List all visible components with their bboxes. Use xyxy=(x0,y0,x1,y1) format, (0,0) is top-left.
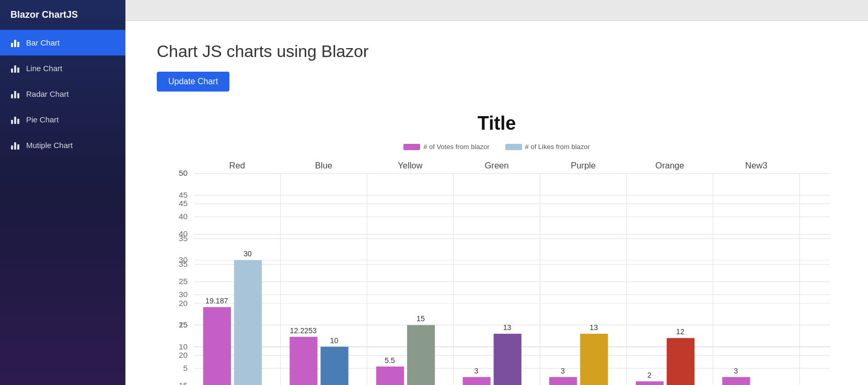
sidebar-item-radar-chart[interactable]: Radar Chart xyxy=(0,81,125,107)
bar-label-green-likes: 13 xyxy=(503,323,512,332)
chart-legend: # of Votes from blazor # of Likes from b… xyxy=(157,143,837,151)
pie-chart-icon xyxy=(10,116,20,124)
bar-chart-svg: 50 45 40 35 30 25 20 15 50 45 xyxy=(157,161,837,385)
svg-text:45: 45 xyxy=(179,199,188,208)
bar-blue-votes xyxy=(290,337,317,385)
sidebar-item-bar-chart[interactable]: Bar Chart xyxy=(0,30,125,55)
svg-text:30: 30 xyxy=(179,290,188,299)
page-title: Chart JS charts using Blazor xyxy=(157,42,837,61)
svg-text:15: 15 xyxy=(179,320,188,329)
svg-text:20: 20 xyxy=(179,299,188,308)
bar-label-blue-votes: 12.2253 xyxy=(290,326,317,335)
update-chart-button[interactable]: Update Chart xyxy=(157,72,229,92)
bar-label-orange-votes: 2 xyxy=(647,371,652,379)
sidebar-item-multiple-chart[interactable]: Mutiple Chart xyxy=(0,132,125,158)
bar-label-purple-votes: 3 xyxy=(561,367,565,375)
radar-chart-icon xyxy=(10,90,20,98)
bar-purple-likes xyxy=(580,334,608,385)
svg-text:30: 30 xyxy=(179,255,188,264)
svg-text:5: 5 xyxy=(183,364,188,372)
legend-item-votes: # of Votes from blazor xyxy=(403,143,489,151)
bar-orange-likes xyxy=(667,338,695,385)
sidebar-item-label: Radar Chart xyxy=(26,89,69,98)
svg-text:Green: Green xyxy=(485,161,509,171)
bar-blue-likes xyxy=(320,347,348,385)
bar-purple-votes xyxy=(549,377,577,385)
multiple-chart-icon xyxy=(10,141,20,150)
svg-text:Red: Red xyxy=(229,161,245,171)
bar-red-likes xyxy=(234,260,262,385)
bar-label-green-votes: 3 xyxy=(474,367,479,375)
bar-chart-icon xyxy=(10,39,20,47)
v-separators xyxy=(281,174,800,385)
bar-green-likes xyxy=(494,334,522,385)
svg-text:Blue: Blue xyxy=(315,161,332,171)
main-content: Chart JS charts using Blazor Update Char… xyxy=(125,0,868,385)
bar-label-red-likes: 30 xyxy=(244,250,252,258)
topbar xyxy=(125,0,868,21)
svg-text:45: 45 xyxy=(179,190,188,199)
svg-text:25: 25 xyxy=(179,277,188,286)
x-axis-labels: Red Blue Yellow Green Purple Orange New3 xyxy=(229,161,768,171)
app-title: Blazor ChartJS xyxy=(0,0,125,30)
sidebar-item-label: Pie Chart xyxy=(26,115,59,124)
svg-text:Purple: Purple xyxy=(571,161,596,171)
chart-container: Title # of Votes from blazor # of Likes … xyxy=(157,112,837,385)
bar-label-yellow-votes: 5.5 xyxy=(385,356,395,365)
bar-new3-votes xyxy=(722,377,750,385)
legend-label-votes: # of Votes from blazor xyxy=(423,143,489,151)
legend-item-likes: # of Likes from blazor xyxy=(505,143,590,151)
bar-green-votes xyxy=(462,377,490,385)
line-chart-icon xyxy=(10,64,20,73)
bar-label-blue-likes: 10 xyxy=(330,336,339,345)
sidebar: Blazor ChartJS Bar Chart Line Chart Rada… xyxy=(0,0,125,385)
svg-text:New3: New3 xyxy=(745,161,767,171)
bar-label-yellow-likes: 15 xyxy=(416,314,425,323)
svg-text:Yellow: Yellow xyxy=(398,161,422,171)
sidebar-item-line-chart[interactable]: Line Chart xyxy=(0,55,125,81)
bar-yellow-votes xyxy=(376,367,404,385)
svg-text:10: 10 xyxy=(179,342,188,351)
sidebar-item-label: Mutiple Chart xyxy=(26,141,73,150)
legend-color-likes xyxy=(505,144,522,150)
legend-label-likes: # of Likes from blazor xyxy=(525,143,590,151)
sidebar-item-label: Line Chart xyxy=(26,64,62,73)
svg-text:Orange: Orange xyxy=(655,161,684,171)
bar-orange-votes xyxy=(636,381,664,385)
bar-label-purple-likes: 13 xyxy=(589,323,598,332)
bar-red-votes xyxy=(203,307,231,385)
svg-text:15: 15 xyxy=(179,381,188,385)
svg-text:20: 20 xyxy=(179,350,188,359)
legend-color-votes xyxy=(403,144,420,150)
content-area: Chart JS charts using Blazor Update Char… xyxy=(125,21,868,385)
svg-text:40: 40 xyxy=(179,212,188,221)
svg-text:35: 35 xyxy=(179,234,188,243)
bar-label-orange-likes: 12 xyxy=(676,327,685,336)
bar-label-new3-votes: 3 xyxy=(734,367,738,375)
sidebar-item-pie-chart[interactable]: Pie Chart xyxy=(0,107,125,132)
sidebar-item-label: Bar Chart xyxy=(26,38,60,47)
svg-text:50: 50 xyxy=(179,168,188,177)
bar-label-red-votes: 19.187 xyxy=(205,297,228,305)
chart-title: Title xyxy=(157,112,837,134)
bar-yellow-likes xyxy=(407,325,435,385)
